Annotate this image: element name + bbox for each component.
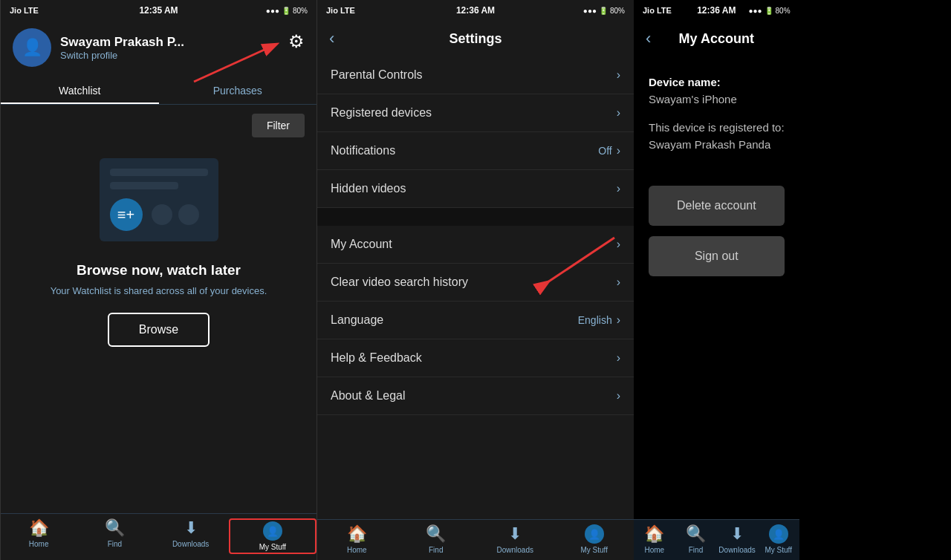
nav-downloads-2[interactable]: ⬇ Downloads xyxy=(476,524,555,554)
chevron-icon-hidden: › xyxy=(617,182,620,195)
bottom-nav-3: 🏠 Home 🔍 Find ⬇ Downloads 👤 My Stuff xyxy=(634,519,799,560)
settings-item-myaccount[interactable]: My Account › xyxy=(317,226,634,264)
mystuff-avatar-2: 👤 xyxy=(585,524,604,544)
chevron-icon-parental: › xyxy=(617,68,620,82)
signout-button[interactable]: Sign out xyxy=(649,236,785,276)
browse-sub: Your Watchlist is shared across all of y… xyxy=(51,284,267,298)
find-icon-2: 🔍 xyxy=(426,524,446,544)
switch-profile[interactable]: Switch profile xyxy=(60,50,305,61)
add-circle-icon: ≡+ xyxy=(110,198,143,231)
nav-downloads-label-3: Downloads xyxy=(718,546,755,554)
account-actions: Delete account Sign out xyxy=(634,177,799,285)
gear-icon[interactable]: ⚙ xyxy=(288,31,305,52)
nav-find-label-2: Find xyxy=(429,546,443,554)
settings-item-language[interactable]: Language English › xyxy=(317,302,634,339)
placeholder-line-2 xyxy=(110,182,178,189)
profile-section: 👤 Swayam Prakash P... Switch profile ⚙ xyxy=(1,21,317,74)
filter-button[interactable]: Filter xyxy=(252,114,305,137)
small-circle-2 xyxy=(178,204,199,225)
settings-item-notifications[interactable]: Notifications Off › xyxy=(317,132,634,170)
battery-icon: 🔋 xyxy=(282,7,291,15)
panel-3: Jio LTE 12:36 AM ●●● 🔋 80% ‹ My Account … xyxy=(634,0,799,560)
tab-watchlist[interactable]: Watchlist xyxy=(1,77,159,104)
settings-list: Parental Controls › Registered devices ›… xyxy=(317,56,634,519)
panel-1: Jio LTE 12:35 AM ●●● 🔋 80% 👤 Swayam Prak… xyxy=(0,0,317,560)
nav-downloads-label-1: Downloads xyxy=(172,540,209,548)
nav-mystuff-2[interactable]: 👤 My Stuff xyxy=(555,524,634,554)
carrier-2: Jio LTE xyxy=(326,6,355,15)
nav-mystuff-label-2: My Stuff xyxy=(581,546,608,554)
myaccount-title: My Account xyxy=(679,31,754,47)
panel-2: Jio LTE 12:36 AM ●●● 🔋 80% ‹ Settings Pa… xyxy=(317,0,634,560)
red-arrow-signout xyxy=(767,334,799,423)
carrier-1: Jio LTE xyxy=(10,6,39,15)
settings-item-devices[interactable]: Registered devices › xyxy=(317,94,634,132)
chevron-icon-devices: › xyxy=(617,106,620,120)
settings-item-parental[interactable]: Parental Controls › xyxy=(317,56,634,94)
nav-home-label-1: Home xyxy=(29,540,49,548)
chevron-icon-lang: › xyxy=(617,313,620,327)
nav-mystuff-3[interactable]: 👤 My Stuff xyxy=(758,524,799,554)
settings-header: ‹ Settings xyxy=(317,21,634,56)
chevron-icon-myaccount: › xyxy=(617,238,620,251)
downloads-icon-1: ⬇ xyxy=(184,518,198,538)
bottom-nav-2: 🏠 Home 🔍 Find ⬇ Downloads 👤 My Stuff xyxy=(317,519,634,560)
nav-find-2[interactable]: 🔍 Find xyxy=(397,524,476,554)
battery-icon-3: 🔋 xyxy=(765,7,773,15)
settings-item-clearsearch[interactable]: Clear video search history › xyxy=(317,264,634,302)
settings-divider xyxy=(317,208,634,226)
nav-downloads-1[interactable]: ⬇ Downloads xyxy=(153,518,229,554)
back-button-3[interactable]: ‹ xyxy=(646,29,651,48)
profile-name: Swayam Prakash P... xyxy=(60,35,305,50)
nav-find-label-1: Find xyxy=(108,540,122,548)
placeholder-line-1 xyxy=(110,169,208,176)
battery-percent-2: 80% xyxy=(610,7,625,15)
placeholder-bottom: ≡+ xyxy=(110,198,208,231)
signal-icon-2: ●●● xyxy=(583,7,597,15)
chevron-icon-help: › xyxy=(617,351,620,365)
status-bar-3: Jio LTE 12:36 AM ●●● 🔋 80% xyxy=(634,0,799,21)
nav-mystuff-label-3: My Stuff xyxy=(765,546,792,554)
nav-mystuff-label-1: My Stuff xyxy=(259,543,287,551)
status-bar-1: Jio LTE 12:35 AM ●●● 🔋 80% xyxy=(1,0,317,21)
nav-home-3[interactable]: 🏠 Home xyxy=(634,524,675,554)
nav-mystuff-1[interactable]: 👤 My Stuff xyxy=(229,518,317,554)
device-name-label: Device name: xyxy=(649,74,785,91)
settings-title: Settings xyxy=(449,31,502,47)
back-button-2[interactable]: ‹ xyxy=(329,29,334,48)
placeholder-card: ≡+ xyxy=(100,158,218,241)
status-bar-2: Jio LTE 12:36 AM ●●● 🔋 80% xyxy=(317,0,634,21)
mystuff-avatar-1: 👤 xyxy=(263,521,282,541)
signal-icon-3: ●●● xyxy=(748,7,762,15)
find-icon-1: 🔍 xyxy=(105,518,125,538)
nav-downloads-3[interactable]: ⬇ Downloads xyxy=(716,524,758,554)
settings-item-legal[interactable]: About & Legal › xyxy=(317,377,634,415)
battery-percent-1: 80% xyxy=(293,7,308,15)
nav-home-label-3: Home xyxy=(644,546,664,554)
carrier-3: Jio LTE xyxy=(643,6,672,15)
myaccount-header: ‹ My Account xyxy=(634,21,799,56)
device-name-value: Swayam's iPhone xyxy=(649,91,785,108)
nav-home-1[interactable]: 🏠 Home xyxy=(1,518,77,554)
nav-home-label-2: Home xyxy=(347,546,367,554)
registered-label: This device is registered to: xyxy=(649,120,785,137)
browse-button[interactable]: Browse xyxy=(108,313,210,347)
nav-find-3[interactable]: 🔍 Find xyxy=(675,524,717,554)
delete-account-button[interactable]: Delete account xyxy=(649,186,785,226)
settings-item-hidden[interactable]: Hidden videos › xyxy=(317,170,634,208)
settings-item-help[interactable]: Help & Feedback › xyxy=(317,339,634,377)
tab-purchases[interactable]: Purchases xyxy=(159,77,317,104)
nav-home-2[interactable]: 🏠 Home xyxy=(317,524,397,554)
signal-icon: ●●● xyxy=(266,7,279,15)
downloads-icon-2: ⬇ xyxy=(508,524,522,544)
filter-row: Filter xyxy=(1,105,317,143)
nav-downloads-label-2: Downloads xyxy=(497,546,533,554)
time-1: 12:35 AM xyxy=(139,5,178,16)
small-circle-1 xyxy=(152,204,172,225)
nav-find-1[interactable]: 🔍 Find xyxy=(77,518,152,554)
tabs-row: Watchlist Purchases xyxy=(1,77,317,105)
mystuff-avatar-3: 👤 xyxy=(769,524,788,544)
chevron-icon-clear: › xyxy=(617,276,620,289)
chevron-icon-legal: › xyxy=(617,389,620,403)
time-3: 12:36 AM xyxy=(697,5,736,16)
